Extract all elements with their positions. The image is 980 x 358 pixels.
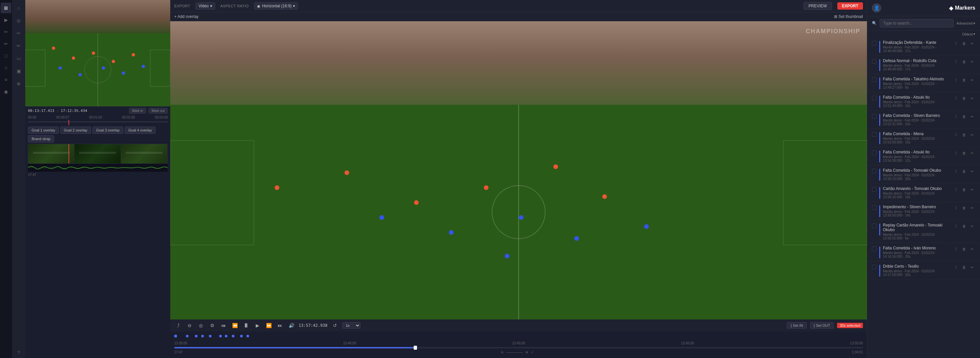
timeline-scrubber[interactable] bbox=[28, 120, 168, 125]
scrubber-handle[interactable] bbox=[68, 120, 69, 125]
edit-marker-2[interactable]: ✏ bbox=[969, 77, 975, 83]
export-button[interactable]: EXPORT bbox=[837, 2, 863, 10]
nav-star[interactable]: ☆ bbox=[1, 62, 11, 73]
nav-users[interactable]: ◉ bbox=[1, 86, 11, 97]
marker-item-9[interactable]: Impedimento - Stiven Barreiro Mantis dem… bbox=[867, 202, 980, 220]
delete-marker-4[interactable]: 🗑 bbox=[961, 113, 967, 120]
share-marker-9[interactable]: ⤴ bbox=[953, 204, 959, 211]
share-button[interactable]: ⤴ bbox=[174, 322, 182, 329]
marker-item-5[interactable]: Falta Cometida - Mena Mantis demo · Feb … bbox=[867, 129, 980, 147]
marker-item-2[interactable]: Falta Cometida - Takahiro Akimoto Mantis… bbox=[867, 74, 980, 92]
marker-checkbox-6[interactable] bbox=[872, 150, 877, 155]
marker-item-3[interactable]: Falta Cometida - Atsuki Ito Mantis demo … bbox=[867, 92, 980, 111]
delete-marker-6[interactable]: 🗑 bbox=[961, 150, 967, 157]
delete-marker-10[interactable]: 🗑 bbox=[961, 223, 967, 230]
delete-marker-2[interactable]: 🗑 bbox=[961, 77, 967, 83]
edit-marker-10[interactable]: ✏ bbox=[969, 223, 975, 230]
edit-marker-6[interactable]: ✏ bbox=[969, 150, 975, 157]
share-marker-2[interactable]: ⤴ bbox=[953, 77, 959, 83]
marker-checkbox-3[interactable] bbox=[872, 96, 877, 100]
overlay-chip-goal1[interactable]: Goal 1 overlay bbox=[28, 127, 59, 134]
delete-marker-9[interactable]: 🗑 bbox=[961, 204, 967, 211]
volume-button[interactable]: 🔊 bbox=[287, 322, 295, 329]
share-marker-0[interactable]: ⤴ bbox=[953, 40, 959, 47]
overlay-chip-goal2[interactable]: Goal 2 overlay bbox=[60, 127, 91, 134]
marker-item-0[interactable]: Finalização Defendida - Kante Mantis dem… bbox=[867, 38, 980, 56]
nav-folder[interactable]: □ bbox=[1, 51, 11, 61]
edit-marker-3[interactable]: ✏ bbox=[969, 95, 975, 101]
marker-checkbox-0[interactable] bbox=[872, 41, 877, 46]
video-select[interactable]: Video ▾ bbox=[196, 2, 215, 10]
sort-button[interactable]: Oldest ▾ bbox=[962, 32, 975, 36]
share-marker-3[interactable]: ⤴ bbox=[953, 95, 959, 101]
edit-marker-7[interactable]: ✏ bbox=[969, 168, 975, 175]
fullscreen-icon[interactable]: ⤢ bbox=[531, 350, 533, 354]
marker-checkbox-11[interactable] bbox=[872, 246, 877, 251]
advanced-search-button[interactable]: Advanced ▾ bbox=[956, 21, 975, 25]
marker-checkbox-7[interactable] bbox=[872, 169, 877, 173]
share-marker-4[interactable]: ⤴ bbox=[953, 113, 959, 120]
marker-checkbox-4[interactable] bbox=[872, 114, 877, 119]
marker-item-12[interactable]: Drible Certo - Tesillo Mantis demo · Feb… bbox=[867, 261, 980, 280]
share-marker-10[interactable]: ⤴ bbox=[953, 223, 959, 230]
shield-icon[interactable]: ◎ bbox=[197, 322, 205, 329]
nav-scissors[interactable]: ✂ bbox=[1, 27, 11, 37]
zoom-out-button[interactable]: ⊖ bbox=[186, 322, 194, 329]
marker-checkbox-1[interactable] bbox=[872, 59, 877, 64]
zoom-out-icon[interactable]: ⊖ bbox=[501, 350, 503, 354]
settings-icon[interactable]: ⚙ bbox=[208, 322, 216, 329]
marker-item-1[interactable]: Defesa Normal - Rodolfo Cota Mantis demo… bbox=[867, 56, 980, 74]
mark-out-button[interactable]: Mark out bbox=[149, 108, 168, 114]
share-marker-8[interactable]: ⤴ bbox=[953, 186, 959, 193]
marker-checkbox-2[interactable] bbox=[872, 78, 877, 82]
edit-marker-8[interactable]: ✏ bbox=[969, 186, 975, 193]
tool-eye[interactable]: ◎ bbox=[13, 15, 24, 26]
edit-marker-5[interactable]: ✏ bbox=[969, 131, 975, 138]
preview-button[interactable]: PREVIEW bbox=[803, 2, 832, 10]
marker-item-7[interactable]: Falta Cometida - Tomoaki Okubo Mantis de… bbox=[867, 165, 980, 184]
skip-forward-button[interactable]: ⏭ bbox=[276, 322, 284, 329]
mark-in-button[interactable]: Mark in bbox=[129, 108, 146, 114]
progress-handle[interactable] bbox=[414, 346, 417, 350]
delete-marker-7[interactable]: 🗑 bbox=[961, 168, 967, 175]
set-out-button[interactable]: { Set OUT bbox=[810, 322, 834, 329]
marker-checkbox-12[interactable] bbox=[872, 265, 877, 269]
edit-marker-11[interactable]: ✏ bbox=[969, 246, 975, 252]
marker-checkbox-9[interactable] bbox=[872, 205, 877, 210]
overlay-chip-brand[interactable]: Brand strap bbox=[28, 135, 54, 143]
marker-checkbox-5[interactable] bbox=[872, 132, 877, 137]
add-overlay-button[interactable]: + Add overlay bbox=[174, 14, 199, 19]
rewind-button[interactable]: ⏪ bbox=[231, 322, 239, 329]
tool-help[interactable]: ? bbox=[13, 347, 24, 358]
delete-marker-12[interactable]: 🗑 bbox=[961, 264, 967, 271]
play-button[interactable]: ▶ bbox=[253, 322, 261, 329]
set-thumbnail-button[interactable]: ⊞ Set thumbnail bbox=[834, 14, 863, 19]
share-marker-6[interactable]: ⤴ bbox=[953, 150, 959, 157]
overlay-chip-goal3[interactable]: Goal 3 overlay bbox=[92, 127, 123, 134]
marker-item-11[interactable]: Falta Cometida - Iván Moreno Mantis demo… bbox=[867, 243, 980, 261]
aspect-ratio-select[interactable]: ▣ Horizontal (16:9) ▾ bbox=[254, 2, 298, 10]
nav-edit[interactable]: ✏ bbox=[1, 38, 11, 49]
skip-back-button[interactable]: ⏮ bbox=[220, 322, 228, 329]
edit-marker-4[interactable]: ✏ bbox=[969, 113, 975, 120]
nav-chart[interactable]: ≡ bbox=[1, 74, 11, 85]
tool-home[interactable]: ⌂ bbox=[13, 3, 24, 13]
nav-play[interactable]: ▶ bbox=[1, 14, 11, 25]
set-in-button[interactable]: } Set IN bbox=[787, 322, 807, 329]
marker-item-8[interactable]: Cartão Amarelo - Tomoaki Okubo Mantis de… bbox=[867, 184, 980, 202]
share-marker-7[interactable]: ⤴ bbox=[953, 168, 959, 175]
tool-pen[interactable]: ✏ bbox=[13, 41, 24, 51]
delete-marker-11[interactable]: 🗑 bbox=[961, 246, 967, 252]
delete-marker-3[interactable]: 🗑 bbox=[961, 95, 967, 101]
zoom-in-icon[interactable]: ⊕ bbox=[525, 350, 528, 354]
share-marker-5[interactable]: ⤴ bbox=[953, 131, 959, 138]
edit-marker-12[interactable]: ✏ bbox=[969, 264, 975, 271]
tool-group[interactable]: ⊕ bbox=[13, 78, 24, 89]
tool-cut[interactable]: ✂ bbox=[13, 28, 24, 38]
share-marker-11[interactable]: ⤴ bbox=[953, 246, 959, 252]
edit-marker-9[interactable]: ✏ bbox=[969, 204, 975, 211]
edit-marker-0[interactable]: ✏ bbox=[969, 40, 975, 47]
pause-button[interactable]: ⏸ bbox=[242, 322, 250, 329]
delete-marker-8[interactable]: 🗑 bbox=[961, 186, 967, 193]
marker-item-4[interactable]: Falta Cometida - Stiven Barreiro Mantis … bbox=[867, 111, 980, 129]
